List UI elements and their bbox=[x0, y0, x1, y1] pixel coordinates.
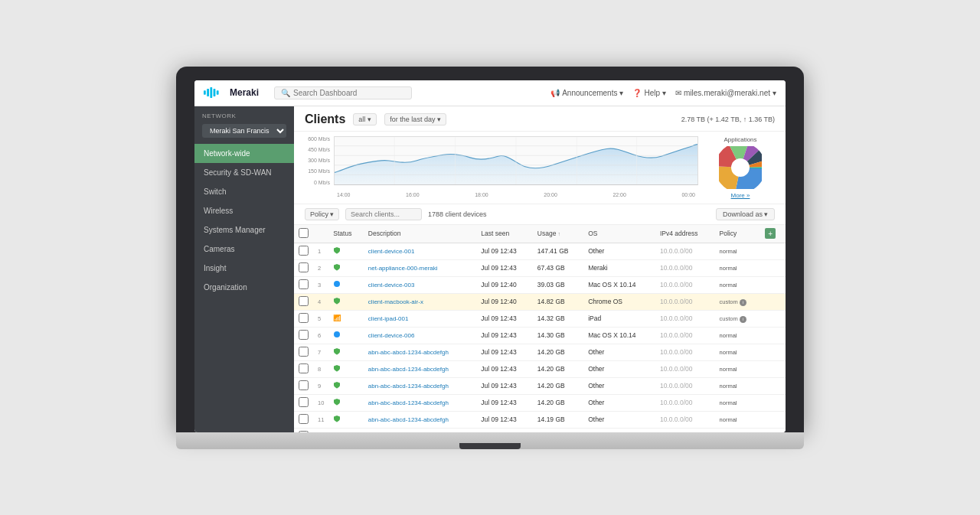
row-checkbox[interactable] bbox=[299, 380, 309, 390]
row-extra bbox=[760, 411, 786, 428]
row-number: 9 bbox=[313, 377, 328, 394]
client-link[interactable]: abn-abc-abcd-1234-abcdefgh bbox=[368, 349, 449, 356]
sidebar-nav: Network-wide Security & SD-WAN Switch Wi… bbox=[194, 141, 294, 432]
usage-summary: 2.78 TB (+ 1.42 TB, ↑ 1.36 TB) bbox=[681, 116, 775, 123]
user-menu[interactable]: ✉ miles.meraki@meraki.net ▾ bbox=[675, 89, 776, 97]
row-checkbox[interactable] bbox=[299, 279, 309, 289]
row-description: abn-abc-abcd-1234-abcdefgh bbox=[364, 344, 476, 360]
top-nav-right: 📢 Announcements ▾ ❓ Help ▾ ✉ miles.merak… bbox=[550, 89, 776, 97]
client-link[interactable]: abn-abc-abcd-1234-abcdefgh bbox=[368, 416, 449, 423]
chevron-down-icon: ▾ bbox=[437, 116, 441, 123]
row-ipv4: 10.0.0.0/00 bbox=[655, 394, 715, 411]
sidebar-item-systems-manager[interactable]: Systems Manager bbox=[194, 220, 294, 240]
table-header-row: Status Description Last seen Usage ↑ OS bbox=[294, 225, 786, 243]
row-checkbox-cell bbox=[294, 327, 313, 344]
svg-rect-0 bbox=[204, 90, 206, 95]
th-num bbox=[313, 225, 328, 243]
chevron-down-icon: ▾ bbox=[619, 89, 623, 97]
usage-sort[interactable]: Usage ↑ bbox=[537, 230, 579, 237]
client-link[interactable]: client-ipad-001 bbox=[368, 315, 408, 322]
policy-dropdown[interactable]: Policy ▾ bbox=[305, 208, 339, 220]
filter-all-dropdown[interactable]: all ▾ bbox=[353, 113, 377, 125]
pie-svg bbox=[719, 146, 762, 189]
row-ipv4: 10.0.0.0/00 bbox=[655, 293, 715, 310]
chart-section: 600 Mb/s 450 Mb/s 300 Mb/s 150 Mb/s 0 Mb… bbox=[294, 132, 786, 204]
sort-arrow-icon: ↑ bbox=[557, 231, 560, 236]
row-checkbox[interactable] bbox=[299, 431, 309, 432]
row-policy: normal bbox=[715, 360, 761, 377]
row-number: 3 bbox=[313, 276, 328, 293]
table-row: 1 client-device-001 Jul 09 12:43 147.41 … bbox=[294, 243, 786, 259]
row-checkbox[interactable] bbox=[299, 296, 309, 306]
th-last-seen: Last seen bbox=[476, 225, 533, 243]
x-label-6: 00:00 bbox=[681, 192, 695, 197]
sidebar-item-wireless[interactable]: Wireless bbox=[194, 201, 294, 220]
row-description: abn-abc-abcd-1234-abcdefgh bbox=[364, 428, 476, 432]
search-bar[interactable]: 🔍 bbox=[274, 86, 412, 99]
sidebar-item-network-wide[interactable]: Network-wide bbox=[194, 144, 294, 163]
row-checkbox-cell bbox=[294, 377, 313, 394]
sidebar-item-insight[interactable]: Insight bbox=[194, 259, 294, 278]
client-link[interactable]: abn-abc-abcd-1234-abcdefgh bbox=[368, 399, 449, 406]
client-link[interactable]: net-appliance-000-meraki bbox=[368, 265, 438, 272]
announcements-menu[interactable]: 📢 Announcements ▾ bbox=[550, 89, 623, 97]
y-label-2: 450 Mb/s bbox=[305, 147, 332, 152]
client-link[interactable]: abn-abc-abcd-1234-abcdefgh bbox=[368, 383, 449, 390]
row-policy: normal bbox=[715, 411, 761, 428]
client-search-input[interactable] bbox=[345, 208, 422, 220]
row-description: abn-abc-abcd-1234-abcdefgh bbox=[364, 360, 476, 377]
applications-more-link[interactable]: More » bbox=[706, 192, 775, 199]
sidebar-item-cameras[interactable]: Cameras bbox=[194, 240, 294, 259]
row-status: 📶 bbox=[328, 310, 364, 327]
sidebar-item-switch[interactable]: Switch bbox=[194, 182, 294, 201]
row-policy: normal bbox=[715, 327, 761, 344]
cisco-logo-icon bbox=[204, 87, 225, 98]
help-menu[interactable]: ❓ Help ▾ bbox=[632, 89, 666, 97]
client-link[interactable]: client-device-001 bbox=[368, 248, 414, 255]
row-description: client-device-006 bbox=[364, 327, 476, 344]
row-policy: normal bbox=[715, 243, 761, 259]
th-usage[interactable]: Usage ↑ bbox=[533, 225, 583, 243]
add-column-button[interactable]: + bbox=[765, 228, 776, 239]
sidebar-item-organization[interactable]: Organization bbox=[194, 278, 294, 297]
search-icon: 🔍 bbox=[281, 89, 290, 97]
row-ipv4: 10.0.0.0/00 bbox=[655, 411, 715, 428]
row-last-seen: Jul 09 12:43 bbox=[476, 428, 533, 432]
row-checkbox[interactable] bbox=[299, 262, 309, 272]
row-last-seen: Jul 09 12:43 bbox=[476, 243, 533, 259]
row-ipv4: 10.0.0.0/00 bbox=[655, 360, 715, 377]
client-link[interactable]: client-device-003 bbox=[368, 282, 414, 288]
row-checkbox[interactable] bbox=[299, 347, 309, 357]
row-checkbox[interactable] bbox=[299, 313, 309, 323]
chevron-down-icon: ▾ bbox=[773, 89, 776, 97]
row-checkbox[interactable] bbox=[299, 363, 309, 373]
sidebar-item-security-sdwan[interactable]: Security & SD-WAN bbox=[194, 163, 294, 182]
search-input[interactable] bbox=[293, 89, 405, 97]
network-selector[interactable]: Meraki San Francisco bbox=[202, 124, 286, 138]
client-link[interactable]: client-device-006 bbox=[368, 332, 414, 339]
row-last-seen: Jul 09 12:43 bbox=[476, 377, 533, 394]
client-link[interactable]: abn-abc-abcd-1234-abcdefgh bbox=[368, 366, 449, 373]
chart-x-labels: 14:00 16:00 18:00 20:00 22:00 00:00 bbox=[334, 192, 698, 197]
chart-plot bbox=[334, 136, 698, 185]
filter-time-dropdown[interactable]: for the last day ▾ bbox=[384, 113, 446, 125]
laptop-screen: Meraki 🔍 📢 Announcements ▾ ❓ bbox=[194, 80, 786, 432]
y-label-3: 300 Mb/s bbox=[305, 158, 332, 163]
row-extra bbox=[760, 243, 786, 259]
row-checkbox[interactable] bbox=[299, 397, 309, 407]
row-checkbox[interactable] bbox=[299, 246, 309, 256]
table-row: 3 client-device-003 Jul 09 12:40 39.03 G… bbox=[294, 276, 786, 293]
row-description: abn-abc-abcd-1234-abcdefgh bbox=[364, 377, 476, 394]
row-checkbox[interactable] bbox=[299, 330, 309, 340]
client-link[interactable]: client-macbook-air-x bbox=[368, 298, 423, 305]
download-button[interactable]: Download as ▾ bbox=[716, 208, 775, 220]
row-usage: 14.32 GB bbox=[533, 310, 583, 327]
table-row: 9 abn-abc-abcd-1234-abcdefgh Jul 09 12:4… bbox=[294, 377, 786, 394]
network-section: NETWORK Meraki San Francisco bbox=[194, 106, 294, 141]
row-policy: normal bbox=[715, 394, 761, 411]
row-checkbox[interactable] bbox=[299, 414, 309, 424]
table-row: 6 client-device-006 Jul 09 12:43 14.30 G… bbox=[294, 327, 786, 344]
announcements-icon: 📢 bbox=[550, 89, 560, 97]
select-all-checkbox[interactable] bbox=[299, 228, 309, 238]
table-row: 5 📶 client-ipad-001 Jul 09 12:43 14.32 G… bbox=[294, 310, 786, 327]
